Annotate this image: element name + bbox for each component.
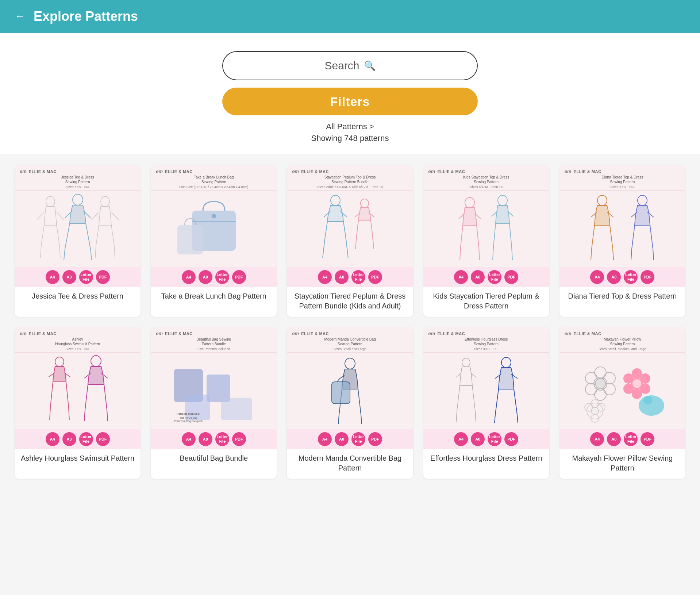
search-icon: 🔍: [364, 60, 376, 72]
pattern-sizes-5: Sizes XXS - 6XL: [565, 185, 680, 189]
format-badges-6: A4A0LetterFilePDF: [15, 429, 141, 449]
pattern-image-8: [287, 353, 413, 429]
em-logo-7: em: [156, 331, 163, 336]
badge-a4-5: A4: [590, 270, 604, 284]
badge-a0-6: A0: [62, 432, 76, 446]
svg-point-13: [91, 356, 101, 366]
pattern-image-7: Patterns Included: Tote To Go Bag Pack Y…: [151, 353, 277, 429]
pattern-count: Showing 748 patterns: [311, 134, 389, 143]
svg-point-42: [643, 396, 652, 404]
search-section: Search 🔍 Filters All Patterns > Showing …: [0, 33, 700, 154]
pattern-card-9[interactable]: em ELLIE & MAC Effortless Hourglass Dres…: [423, 327, 549, 479]
pattern-name-5: Diana Tiered Top & Dress Pattern: [559, 287, 685, 307]
back-button[interactable]: ←: [15, 11, 25, 22]
brand-name-2: ELLIE & MAC: [165, 169, 193, 174]
pattern-header-text-4: Kids Staycation Top & DressSewing Patter…: [428, 175, 544, 184]
breadcrumb[interactable]: All Patterns >: [326, 122, 374, 131]
badge-a0-4: A0: [471, 270, 485, 284]
badge-a0-8: A0: [335, 432, 349, 446]
pattern-card-8[interactable]: em ELLIE & MAC Modern Manda Convertible …: [287, 327, 413, 479]
format-badges-7: A4A0LetterFilePDF: [151, 429, 277, 449]
em-logo-6: em: [20, 331, 27, 336]
pattern-card-6[interactable]: em ELLIE & MAC AshleyHourglass Swimsuit …: [15, 327, 141, 479]
format-badges-1: A4A0LetterFilePDF: [15, 267, 141, 287]
pattern-sizes-4: Sizes 6/12M - Teen 18: [428, 185, 544, 189]
pattern-card-1[interactable]: em ELLIE & MAC Jessica Tee & DressSewing…: [15, 165, 141, 317]
svg-point-2: [101, 196, 109, 207]
badge-a0-7: A0: [199, 432, 212, 446]
pattern-grid-section: em ELLIE & MAC Jessica Tee & DressSewing…: [0, 154, 700, 497]
svg-point-40: [632, 379, 641, 388]
badge-pdf-2: PDF: [232, 270, 246, 284]
badge-a4-10: A4: [590, 432, 604, 446]
badge-pdf-7: PDF: [232, 432, 246, 446]
pattern-header-text-5: Diana Tiered Top & DressSewing Pattern: [565, 175, 680, 184]
svg-point-38: [623, 384, 634, 394]
svg-point-0: [46, 196, 55, 207]
svg-point-39: [640, 384, 650, 394]
svg-rect-17: [221, 398, 252, 420]
pattern-card-3[interactable]: em ELLIE & MAC Staycation Peplum Top & D…: [287, 165, 413, 317]
svg-point-36: [623, 373, 634, 384]
badge-pdf-8: PDF: [368, 432, 382, 446]
pattern-card-7[interactable]: em ELLIE & MAC Beautiful Bag SewingPatte…: [151, 327, 277, 479]
pattern-name-9: Effortless Hourglass Dress Pattern: [423, 449, 549, 469]
filters-button[interactable]: Filters: [222, 88, 478, 115]
brand-name-3: ELLIE & MAC: [301, 169, 329, 174]
badge-letter-file-7: LetterFile: [215, 432, 229, 446]
pattern-sizes-10: Sizes Small, Medium, and Large: [565, 347, 680, 351]
brand-name-10: ELLIE & MAC: [574, 331, 601, 336]
svg-text:Patterns Included:: Patterns Included:: [177, 412, 200, 415]
brand-name-4: ELLIE & MAC: [437, 169, 465, 174]
badge-pdf-1: PDF: [96, 270, 110, 284]
badge-letter-file-1: LetterFile: [79, 270, 93, 284]
pattern-image-5: [559, 191, 685, 267]
badge-pdf-4: PDF: [504, 270, 518, 284]
badge-a0-3: A0: [335, 270, 349, 284]
page-title: Explore Patterns: [34, 9, 138, 24]
badge-a0-2: A0: [199, 270, 212, 284]
badge-a0-5: A0: [607, 270, 621, 284]
badge-pdf-3: PDF: [368, 270, 382, 284]
pattern-card-4[interactable]: em ELLIE & MAC Kids Staycation Top & Dre…: [423, 165, 549, 317]
brand-name-1: ELLIE & MAC: [29, 169, 57, 174]
format-badges-10: A4A0LetterFilePDF: [559, 429, 685, 449]
badge-a4-9: A4: [454, 432, 468, 446]
pattern-card-10[interactable]: em ELLIE & MAC Makayah Flower PillowSewi…: [559, 327, 685, 479]
pattern-image-6: [15, 353, 141, 429]
search-placeholder: Search: [324, 60, 359, 72]
svg-rect-22: [332, 382, 350, 404]
svg-point-6: [331, 195, 340, 206]
pattern-name-2: Take a Break Lunch Bag Pattern: [151, 287, 277, 307]
pattern-name-7: Beautiful Bag Bundle: [151, 449, 277, 469]
svg-point-32: [595, 379, 605, 389]
pattern-name-4: Kids Staycation Tiered Peplum & Dress Pa…: [423, 287, 549, 317]
search-bar[interactable]: Search 🔍: [222, 51, 478, 80]
badge-a4-1: A4: [46, 270, 59, 284]
pattern-name-8: Modern Manda Convertible Bag Pattern: [287, 449, 413, 479]
badge-a4-4: A4: [454, 270, 468, 284]
svg-point-8: [465, 197, 474, 208]
brand-name-9: ELLIE & MAC: [437, 331, 465, 336]
format-badges-5: A4A0LetterFilePDF: [559, 267, 685, 287]
pattern-image-3: [287, 191, 413, 267]
em-logo-10: em: [565, 331, 572, 336]
pattern-card-5[interactable]: em ELLIE & MAC Diana Tiered Top & DressS…: [559, 165, 685, 317]
badge-a0-1: A0: [62, 270, 76, 284]
format-badges-3: A4A0LetterFilePDF: [287, 267, 413, 287]
em-logo-4: em: [428, 169, 435, 174]
pattern-sizes-8: Sizes Small and Large: [292, 347, 408, 351]
badge-letter-file-8: LetterFile: [351, 432, 365, 446]
badge-pdf-10: PDF: [641, 432, 654, 446]
format-badges-9: A4A0LetterFilePDF: [423, 429, 549, 449]
pattern-sizes-6: Sizes XXS - 6XL: [20, 347, 135, 351]
em-logo-5: em: [565, 169, 572, 174]
badge-letter-file-10: LetterFile: [624, 432, 638, 446]
svg-point-37: [640, 373, 650, 384]
badge-letter-file-6: LetterFile: [79, 432, 93, 446]
badge-a0-9: A0: [471, 432, 485, 446]
svg-text:Tote To Go Bag: Tote To Go Bag: [180, 416, 197, 419]
svg-point-4: [212, 214, 216, 218]
pattern-header-text-8: Modern Manda Convertible BagSewing Patte…: [292, 337, 408, 346]
pattern-card-2[interactable]: em ELLIE & MAC Take a Break Lunch BagSew…: [151, 165, 277, 317]
